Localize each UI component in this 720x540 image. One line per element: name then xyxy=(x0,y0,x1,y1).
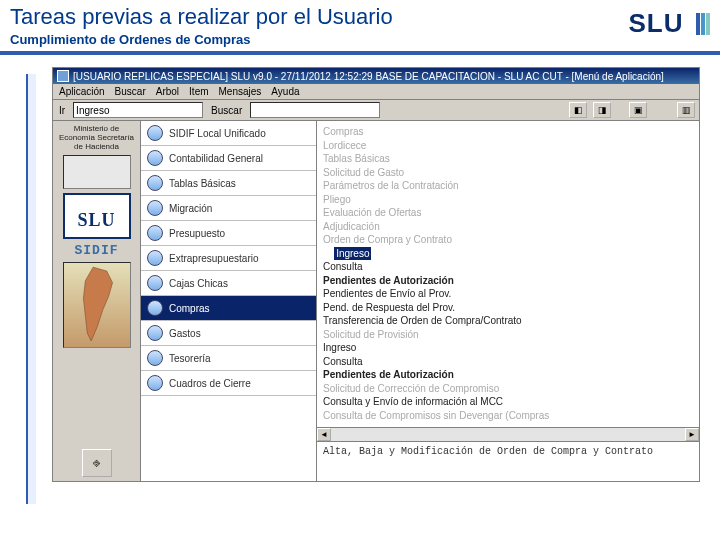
slide-subtitle: Cumplimiento de Ordenes de Compras xyxy=(10,32,393,47)
module-label: SIDIF Local Unificado xyxy=(169,128,266,139)
slu-box-text: SLU xyxy=(77,210,115,231)
sidif-label: SIDIF xyxy=(74,243,118,258)
module-icon xyxy=(147,300,163,316)
buscar-input[interactable] xyxy=(250,102,380,118)
module-icon xyxy=(147,375,163,391)
slide-title: Tareas previas a realizar por el Usuario xyxy=(10,4,393,30)
module-label: Tablas Básicas xyxy=(169,178,236,189)
module-cuadros-de-cierre[interactable]: Cuadros de Cierre xyxy=(141,371,316,396)
buscar-label: Buscar xyxy=(211,105,242,116)
argentina-map xyxy=(63,262,131,348)
module-presupuesto[interactable]: Presupuesto xyxy=(141,221,316,246)
toolbar-button-2[interactable]: ◨ xyxy=(593,102,611,118)
page-marker xyxy=(26,74,36,504)
module-tablas-básicas[interactable]: Tablas Básicas xyxy=(141,171,316,196)
menu-mensajes[interactable]: Mensajes xyxy=(219,86,262,97)
tree-item[interactable]: Transferencia de Orden de Compra/Contrat… xyxy=(323,314,693,328)
ir-label: Ir xyxy=(59,105,65,116)
scroll-right-icon[interactable]: ► xyxy=(685,428,699,441)
menu-item[interactable]: Item xyxy=(189,86,208,97)
toolbar-button-1[interactable]: ◧ xyxy=(569,102,587,118)
description-box: Alta, Baja y Modificación de Orden de Co… xyxy=(317,441,699,481)
tree-item[interactable]: Pend. de Respuesta del Prov. xyxy=(323,301,693,315)
module-icon xyxy=(147,125,163,141)
tree-item[interactable]: Consulta de Compromisos sin Devengar (Co… xyxy=(323,409,693,423)
tree-item[interactable]: Lordicece xyxy=(323,139,693,153)
right-panel: Compras Lordicece Tablas Básicas Solicit… xyxy=(317,121,699,481)
left-panel: Ministerio de Economía Secretaría de Hac… xyxy=(53,121,141,481)
tree-item[interactable]: Consulta y Envío de información al MCC xyxy=(323,395,693,409)
tree-item[interactable]: Solicitud de Corrección de Compromiso xyxy=(323,382,693,396)
slu-logo-bars xyxy=(695,11,710,42)
ir-input[interactable] xyxy=(73,102,203,118)
ministry-label: Ministerio de Economía Secretaría de Hac… xyxy=(55,125,138,151)
toolbar-button-3[interactable]: ▣ xyxy=(629,102,647,118)
slu-logo: SLU xyxy=(629,8,711,42)
module-gastos[interactable]: Gastos xyxy=(141,321,316,346)
tree-item[interactable]: Parámetros de la Contratación xyxy=(323,179,693,193)
menu-buscar[interactable]: Buscar xyxy=(115,86,146,97)
module-compras[interactable]: Compras xyxy=(141,296,316,321)
tree-scrollbar[interactable]: ◄ ► xyxy=(317,427,699,441)
module-icon xyxy=(147,325,163,341)
module-icon xyxy=(147,350,163,366)
window-title: [USUARIO REPLICAS ESPECIAL] SLU v9.0 - 2… xyxy=(73,71,664,82)
tree-item[interactable]: Consulta xyxy=(323,355,693,369)
module-sidif-local-unificado[interactable]: SIDIF Local Unificado xyxy=(141,121,316,146)
menu-arbol[interactable]: Arbol xyxy=(156,86,179,97)
menu-ayuda[interactable]: Ayuda xyxy=(271,86,299,97)
scroll-track[interactable] xyxy=(331,428,685,441)
menu-tree[interactable]: Compras Lordicece Tablas Básicas Solicit… xyxy=(317,121,699,427)
module-label: Compras xyxy=(169,303,210,314)
toolbar-button-4[interactable]: ▥ xyxy=(677,102,695,118)
menubar: Aplicación Buscar Arbol Item Mensajes Ay… xyxy=(53,84,699,100)
tree-item[interactable]: Pendientes de Autorización xyxy=(323,274,693,288)
tree-item[interactable]: Orden de Compra y Contrato xyxy=(323,233,693,247)
menu-aplicacion[interactable]: Aplicación xyxy=(59,86,105,97)
module-extrapresupuestario[interactable]: Extrapresupuestario xyxy=(141,246,316,271)
module-contabilidad-general[interactable]: Contabilidad General xyxy=(141,146,316,171)
module-label: Tesorería xyxy=(169,353,211,364)
module-label: Cuadros de Cierre xyxy=(169,378,251,389)
tree-item[interactable]: Pendientes de Autorización xyxy=(323,368,693,382)
module-icon xyxy=(147,175,163,191)
module-label: Migración xyxy=(169,203,212,214)
module-label: Presupuesto xyxy=(169,228,225,239)
module-label: Cajas Chicas xyxy=(169,278,228,289)
tree-item[interactable]: Pendientes de Envío al Prov. xyxy=(323,287,693,301)
module-icon xyxy=(147,225,163,241)
tree-item[interactable]: Ingreso xyxy=(323,247,693,261)
tree-item[interactable]: Compras xyxy=(323,125,693,139)
header-rule-thin xyxy=(0,54,720,55)
tree-item[interactable]: Consulta xyxy=(323,260,693,274)
app-icon xyxy=(57,70,69,82)
module-cajas-chicas[interactable]: Cajas Chicas xyxy=(141,271,316,296)
scroll-left-icon[interactable]: ◄ xyxy=(317,428,331,441)
module-label: Contabilidad General xyxy=(169,153,263,164)
tree-item[interactable]: Ingreso xyxy=(323,341,693,355)
tree-item[interactable]: Pliego xyxy=(323,193,693,207)
module-icon xyxy=(147,200,163,216)
module-label: Gastos xyxy=(169,328,201,339)
module-icon xyxy=(147,275,163,291)
tree-item[interactable]: Solicitud de Provisión xyxy=(323,328,693,342)
emblem-box xyxy=(63,155,131,189)
module-tesorería[interactable]: Tesorería xyxy=(141,346,316,371)
module-icon xyxy=(147,150,163,166)
window-titlebar: [USUARIO REPLICAS ESPECIAL] SLU v9.0 - 2… xyxy=(53,68,699,84)
slu-logo-text: SLU xyxy=(629,8,684,38)
tree-item[interactable]: Tablas Básicas xyxy=(323,152,693,166)
tree-item[interactable]: Evaluación de Ofertas xyxy=(323,206,693,220)
toolbar: Ir Buscar ◧ ◨ ▣ ▥ xyxy=(53,100,699,121)
module-migración[interactable]: Migración xyxy=(141,196,316,221)
tree-item[interactable]: Adjudicación xyxy=(323,220,693,234)
tree-item[interactable]: Solicitud de Gasto xyxy=(323,166,693,180)
slu-box: SLU xyxy=(63,193,131,239)
module-label: Extrapresupuestario xyxy=(169,253,259,264)
exit-button[interactable]: ⎆ xyxy=(82,449,112,477)
module-list: SIDIF Local UnificadoContabilidad Genera… xyxy=(141,121,317,481)
module-icon xyxy=(147,250,163,266)
app-window: [USUARIO REPLICAS ESPECIAL] SLU v9.0 - 2… xyxy=(52,67,700,482)
